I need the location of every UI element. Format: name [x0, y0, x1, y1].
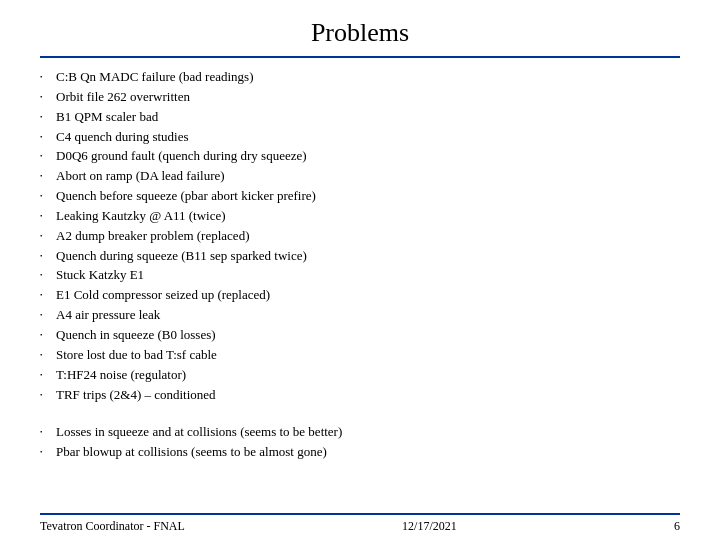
bullet-text: Abort on ramp (DA lead failure) [56, 167, 680, 186]
page-title: Problems [40, 0, 680, 56]
list-item: •TRF trips (2&4) – conditioned [40, 386, 680, 405]
bullet-text: Stuck Katzky E1 [56, 266, 680, 285]
bullet-text: E1 Cold compressor seized up (replaced) [56, 286, 680, 305]
bullet-icon: • [40, 247, 56, 261]
bullet-icon: • [40, 88, 56, 102]
bullet-text: A2 dump breaker problem (replaced) [56, 227, 680, 246]
bullet-text: Pbar blowup at collisions (seems to be a… [56, 443, 680, 462]
footer: Tevatron Coordinator - FNAL 12/17/2021 6 [40, 519, 680, 540]
list-item: •Abort on ramp (DA lead failure) [40, 167, 680, 186]
bullet-icon: • [40, 346, 56, 360]
list-item: •C:B Qn MADC failure (bad readings) [40, 68, 680, 87]
list-item: •Quench before squeeze (pbar abort kicke… [40, 187, 680, 206]
bullet-text: Store lost due to bad T:sf cable [56, 346, 680, 365]
main-bullet-list: •C:B Qn MADC failure (bad readings)•Orbi… [40, 68, 680, 405]
bullet-text: D0Q6 ground fault (quench during dry squ… [56, 147, 680, 166]
bullet-text: C4 quench during studies [56, 128, 680, 147]
list-item: •A4 air pressure leak [40, 306, 680, 325]
page: Problems •C:B Qn MADC failure (bad readi… [0, 0, 720, 540]
secondary-bullet-list: •Losses in squeeze and at collisions (se… [40, 423, 680, 463]
bullet-icon: • [40, 187, 56, 201]
list-item: •E1 Cold compressor seized up (replaced) [40, 286, 680, 305]
list-item: •T:HF24 noise (regulator) [40, 366, 680, 385]
bullet-icon: • [40, 167, 56, 181]
bullet-icon: • [40, 443, 56, 457]
bullet-icon: • [40, 147, 56, 161]
list-item: •B1 QPM scaler bad [40, 108, 680, 127]
bullet-text: TRF trips (2&4) – conditioned [56, 386, 680, 405]
footer-left: Tevatron Coordinator - FNAL [40, 519, 185, 534]
bullet-icon: • [40, 227, 56, 241]
list-item: •Quench during squeeze (B11 sep sparked … [40, 247, 680, 266]
bullet-icon: • [40, 266, 56, 280]
bullet-icon: • [40, 306, 56, 320]
bullet-icon: • [40, 128, 56, 142]
bullet-text: Leaking Kautzky @ A11 (twice) [56, 207, 680, 226]
list-item: •Losses in squeeze and at collisions (se… [40, 423, 680, 442]
bullet-icon: • [40, 207, 56, 221]
footer-right: 6 [674, 519, 680, 534]
footer-center: 12/17/2021 [402, 519, 457, 534]
bullet-icon: • [40, 423, 56, 437]
bullet-text: T:HF24 noise (regulator) [56, 366, 680, 385]
bullet-icon: • [40, 326, 56, 340]
bullet-icon: • [40, 68, 56, 82]
bullet-icon: • [40, 286, 56, 300]
bullet-text: Quench before squeeze (pbar abort kicker… [56, 187, 680, 206]
list-item: •Quench in squeeze (B0 losses) [40, 326, 680, 345]
bullet-text: B1 QPM scaler bad [56, 108, 680, 127]
bullet-text: A4 air pressure leak [56, 306, 680, 325]
list-item: •Stuck Katzky E1 [40, 266, 680, 285]
list-item: •A2 dump breaker problem (replaced) [40, 227, 680, 246]
top-divider [40, 56, 680, 58]
bullet-icon: • [40, 386, 56, 400]
list-item: •D0Q6 ground fault (quench during dry sq… [40, 147, 680, 166]
list-item: •Orbit file 262 overwritten [40, 88, 680, 107]
bullet-text: C:B Qn MADC failure (bad readings) [56, 68, 680, 87]
bullet-text: Orbit file 262 overwritten [56, 88, 680, 107]
list-item: •Store lost due to bad T:sf cable [40, 346, 680, 365]
bullet-text: Quench during squeeze (B11 sep sparked t… [56, 247, 680, 266]
list-item: •Pbar blowup at collisions (seems to be … [40, 443, 680, 462]
bottom-divider [40, 513, 680, 515]
bullet-text: Losses in squeeze and at collisions (see… [56, 423, 680, 442]
list-item: •C4 quench during studies [40, 128, 680, 147]
list-item: •Leaking Kautzky @ A11 (twice) [40, 207, 680, 226]
bullet-text: Quench in squeeze (B0 losses) [56, 326, 680, 345]
bullet-icon: • [40, 108, 56, 122]
bullet-icon: • [40, 366, 56, 380]
